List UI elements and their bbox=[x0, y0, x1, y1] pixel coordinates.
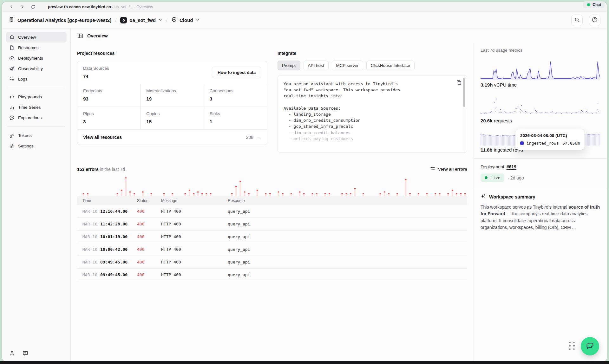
prompt-line: real-time insights into: bbox=[284, 93, 454, 99]
browser-forward-button[interactable] bbox=[18, 3, 26, 10]
org-breadcrumb[interactable]: Operational Analytics [gcp-europe-west2] bbox=[9, 17, 111, 23]
copy-prompt-button[interactable] bbox=[456, 80, 462, 86]
page-title: Overview bbox=[87, 33, 108, 38]
sidebar-item-time-series[interactable]: Time Series bbox=[6, 102, 67, 113]
sidebar-item-deployments[interactable]: Deployments bbox=[6, 53, 67, 63]
sidebar-item-explorations[interactable]: Explorations bbox=[6, 113, 67, 123]
app-header: Operational Analytics [gcp-europe-west2]… bbox=[2, 12, 607, 29]
sidebar-item-resources[interactable]: Resources bbox=[6, 42, 67, 53]
sidebar-item-overview[interactable]: Overview bbox=[6, 32, 67, 42]
live-dot-icon bbox=[485, 176, 488, 179]
sidebar-label: Settings bbox=[18, 144, 34, 148]
project-resources-title: Project resources bbox=[77, 51, 267, 56]
deployment-link[interactable]: #619 bbox=[507, 164, 516, 169]
requests-label: 20.6k requests bbox=[481, 118, 600, 123]
view-all-resources[interactable]: View all resources 208 → bbox=[77, 129, 267, 145]
sidebar: Overview Resources Deployments Observabi… bbox=[2, 29, 71, 361]
browser-reload-button[interactable] bbox=[29, 3, 37, 10]
prompt-line: - landing_storage bbox=[284, 111, 454, 117]
table-row[interactable]: MAR 1011:42:28.00 400 HTTP 400 query_api bbox=[77, 218, 467, 231]
tab-clickhouse-interface[interactable]: ClickHouse Interface bbox=[366, 61, 415, 70]
usage-panel: Last 7d usage metrics 3.19h vCPU time 20… bbox=[474, 43, 607, 361]
document-icon bbox=[9, 45, 15, 50]
sidebar-label: Overview bbox=[18, 35, 36, 40]
tooltip-series-value: 57.856m bbox=[562, 141, 580, 146]
feedback-button[interactable] bbox=[23, 350, 28, 356]
help-button[interactable] bbox=[589, 15, 600, 26]
how-to-ingest-button[interactable]: How to ingest data bbox=[212, 67, 261, 78]
tooltip-series-name: ingested_rows bbox=[527, 141, 560, 146]
prompt-scrollbar-thumb[interactable] bbox=[463, 78, 465, 107]
sidebar-label: Logs bbox=[18, 77, 27, 81]
sidebar-label: Deployments bbox=[18, 56, 43, 61]
chevron-down-icon bbox=[158, 17, 162, 23]
tab-mcp-server[interactable]: MCP server bbox=[332, 61, 363, 70]
environment-selector[interactable]: Cloud bbox=[171, 17, 200, 23]
org-icon bbox=[9, 17, 14, 23]
errors-table: Time Status Message Resource MAR 1012:16… bbox=[77, 196, 467, 281]
chat-fab-button[interactable] bbox=[581, 337, 599, 355]
prompt-line: "oa_sot_fwd" workspace. This workspace p… bbox=[284, 87, 454, 93]
user-button[interactable] bbox=[9, 350, 15, 356]
workspace-summary-text: This workspace serves as Tinybird's inte… bbox=[481, 204, 600, 231]
help-icon bbox=[592, 17, 598, 23]
sidebar-label: Playgrounds bbox=[18, 94, 42, 99]
prompt-line: You are an assistant with access to Tiny… bbox=[284, 81, 454, 87]
resource-cell-endpoints: Endpoints 93 bbox=[77, 84, 141, 107]
prompt-line: - dim_orb_credit_balances bbox=[284, 130, 454, 136]
project-resources-card: Data Sources 74 How to ingest data Endpo… bbox=[77, 61, 267, 145]
workspace-summary-header: Workspace summary bbox=[481, 194, 600, 200]
sidebar-item-settings[interactable]: Settings bbox=[6, 141, 67, 151]
widget-drag-handle[interactable] bbox=[569, 342, 575, 350]
tab-prompt[interactable]: Prompt bbox=[278, 61, 300, 70]
chevron-down-icon bbox=[196, 17, 200, 23]
project-badge: o bbox=[120, 17, 127, 23]
integrate-title: Integrate bbox=[278, 51, 467, 56]
browser-back-button[interactable] bbox=[7, 3, 16, 10]
table-row[interactable]: MAR 1009:49:45.00 400 HTTP 400 query_api bbox=[77, 256, 467, 269]
errors-bar-chart bbox=[77, 175, 467, 196]
errors-title: 153 errors in the last 7d bbox=[77, 167, 125, 172]
sidebar-label: Resources bbox=[18, 45, 39, 50]
sidebar-item-observability[interactable]: Observability bbox=[6, 63, 67, 74]
table-row[interactable]: MAR 1012:16:44.00 400 HTTP 400 query_api bbox=[77, 205, 467, 218]
sidebar-label: Tokens bbox=[18, 133, 32, 138]
browser-chat-pill[interactable]: Chat bbox=[583, 1, 605, 8]
content-area: Project resources Data Sources 74 How to… bbox=[71, 43, 474, 361]
prompt-line: - dim_orb_credits_consumption bbox=[284, 117, 454, 123]
prompt-scrollbar bbox=[463, 77, 466, 151]
sidebar-item-playgrounds[interactable]: Playgrounds bbox=[6, 92, 67, 102]
prompt-line: - metrics_paying_customers bbox=[284, 136, 454, 142]
requests-sparkline[interactable] bbox=[481, 96, 600, 116]
resource-cell-sinks: Sinks 1 bbox=[204, 107, 267, 129]
tab-api-host[interactable]: API host bbox=[304, 61, 329, 70]
collapse-sidebar-button[interactable] bbox=[77, 33, 83, 39]
project-selector[interactable]: o oa_sot_fwd bbox=[120, 17, 162, 23]
table-row[interactable]: MAR 1009:49:45.00 400 HTTP 400 query_api bbox=[77, 269, 467, 281]
sidebar-item-tokens[interactable]: Tokens bbox=[6, 130, 67, 141]
series-swatch bbox=[520, 141, 524, 145]
sidebar-label: Time Series bbox=[18, 105, 41, 110]
browser-address-bar[interactable]: preview-tb-canon-new.tinybird.co / oa_so… bbox=[48, 5, 153, 9]
desktop-edge bbox=[0, 361, 609, 364]
deployment-line: Deployment #619 bbox=[481, 164, 600, 169]
table-row[interactable]: MAR 1010:01:19.00 400 HTTP 400 query_api bbox=[77, 231, 467, 243]
prompt-fade-overlay bbox=[278, 142, 462, 153]
prompt-code-block: You are an assistant with access to Tiny… bbox=[278, 75, 467, 153]
panel-divider bbox=[474, 188, 607, 188]
vcpu-sparkline[interactable] bbox=[481, 60, 600, 81]
chart-tooltip: 2026-03-04 08:00 (UTC) ingested_rows 57.… bbox=[515, 129, 585, 150]
breadcrumb-slash: / bbox=[115, 17, 116, 23]
org-name: Operational Analytics [gcp-europe-west2] bbox=[17, 17, 111, 23]
sidebar-item-logs[interactable]: Logs bbox=[6, 74, 67, 84]
search-button[interactable] bbox=[571, 15, 583, 26]
shield-check-icon bbox=[171, 17, 177, 23]
browser-window: preview-tb-canon-new.tinybird.co / oa_so… bbox=[2, 2, 607, 361]
table-row[interactable]: MAR 1010:00:42.00 400 HTTP 400 query_api bbox=[77, 243, 467, 256]
checklist-icon bbox=[9, 76, 15, 82]
view-all-errors-button[interactable]: View all errors bbox=[430, 166, 467, 172]
prompt-line: - gcp_shared_infra_precalc bbox=[284, 123, 454, 129]
arrow-right-icon: → bbox=[257, 134, 261, 140]
deployment-age: · 2d ago bbox=[508, 175, 524, 180]
cloud-upload-icon bbox=[9, 55, 15, 61]
